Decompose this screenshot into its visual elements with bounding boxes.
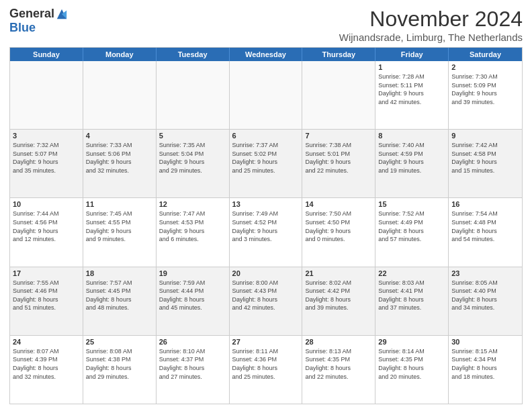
cal-cell-w0-d0 xyxy=(10,61,83,129)
cal-cell-w2-d3: 13Sunrise: 7:49 AMSunset: 4:52 PMDayligh… xyxy=(230,198,303,266)
day-info-6: Sunrise: 7:37 AMSunset: 5:02 PMDaylight:… xyxy=(232,141,300,175)
day-info-11: Sunrise: 7:45 AMSunset: 4:55 PMDaylight:… xyxy=(86,210,153,243)
week-row-1: 3Sunrise: 7:32 AMSunset: 5:07 PMDaylight… xyxy=(10,129,522,197)
header-sunday: Sunday xyxy=(10,48,83,61)
calendar-header: Sunday Monday Tuesday Wednesday Thursday… xyxy=(10,48,522,61)
logo-text: General xyxy=(9,7,68,21)
header-monday: Monday xyxy=(83,48,157,61)
header-friday: Friday xyxy=(375,48,449,61)
day-info-14: Sunrise: 7:50 AMSunset: 4:50 PMDaylight:… xyxy=(305,210,372,243)
cal-cell-w3-d0: 17Sunrise: 7:55 AMSunset: 4:46 PMDayligh… xyxy=(10,267,83,335)
day-info-25: Sunrise: 8:08 AMSunset: 4:38 PMDaylight:… xyxy=(86,347,153,381)
day-number-30: 30 xyxy=(451,338,519,346)
day-info-29: Sunrise: 8:14 AMSunset: 4:35 PMDaylight:… xyxy=(378,347,445,381)
day-info-24: Sunrise: 8:07 AMSunset: 4:39 PMDaylight:… xyxy=(13,347,80,381)
day-info-28: Sunrise: 8:13 AMSunset: 4:35 PMDaylight:… xyxy=(305,347,372,381)
day-number-21: 21 xyxy=(305,269,372,277)
cal-cell-w3-d2: 19Sunrise: 7:59 AMSunset: 4:44 PMDayligh… xyxy=(157,267,230,335)
day-info-1: Sunrise: 7:28 AMSunset: 5:11 PMDaylight:… xyxy=(378,73,445,106)
day-number-4: 4 xyxy=(86,132,153,140)
day-number-3: 3 xyxy=(13,132,80,140)
cal-cell-w4-d6: 30Sunrise: 8:15 AMSunset: 4:34 PMDayligh… xyxy=(449,336,522,404)
header-wednesday: Wednesday xyxy=(230,48,303,61)
logo-general: General xyxy=(9,7,54,21)
day-info-26: Sunrise: 8:10 AMSunset: 4:37 PMDaylight:… xyxy=(159,347,226,381)
cal-cell-w2-d6: 16Sunrise: 7:54 AMSunset: 4:48 PMDayligh… xyxy=(449,198,522,266)
cal-cell-w1-d1: 4Sunrise: 7:33 AMSunset: 5:06 PMDaylight… xyxy=(83,130,157,197)
day-number-20: 20 xyxy=(232,269,300,277)
cal-cell-w1-d5: 8Sunrise: 7:40 AMSunset: 4:59 PMDaylight… xyxy=(375,130,449,197)
cal-cell-w3-d5: 22Sunrise: 8:03 AMSunset: 4:41 PMDayligh… xyxy=(375,267,449,335)
day-info-5: Sunrise: 7:35 AMSunset: 5:04 PMDaylight:… xyxy=(159,141,226,175)
logo-icon xyxy=(56,8,68,20)
day-info-27: Sunrise: 8:11 AMSunset: 4:36 PMDaylight:… xyxy=(232,347,300,381)
cal-cell-w4-d1: 25Sunrise: 8:08 AMSunset: 4:38 PMDayligh… xyxy=(83,336,157,404)
day-number-7: 7 xyxy=(305,132,372,140)
day-info-15: Sunrise: 7:52 AMSunset: 4:49 PMDaylight:… xyxy=(378,210,445,243)
day-info-4: Sunrise: 7:33 AMSunset: 5:06 PMDaylight:… xyxy=(86,141,153,175)
cal-cell-w1-d0: 3Sunrise: 7:32 AMSunset: 5:07 PMDaylight… xyxy=(10,130,83,197)
day-number-6: 6 xyxy=(232,132,300,140)
calendar: Sunday Monday Tuesday Wednesday Thursday… xyxy=(9,47,523,404)
header-thursday: Thursday xyxy=(302,48,375,61)
day-number-10: 10 xyxy=(13,200,80,208)
day-info-20: Sunrise: 8:00 AMSunset: 4:43 PMDaylight:… xyxy=(232,279,300,312)
cal-cell-w0-d6: 2Sunrise: 7:30 AMSunset: 5:09 PMDaylight… xyxy=(449,61,522,129)
day-number-29: 29 xyxy=(378,338,445,346)
title-section: November 2024 Wijnandsrade, Limburg, The… xyxy=(339,7,523,43)
day-number-1: 1 xyxy=(378,63,445,71)
cal-cell-w0-d4 xyxy=(302,61,375,129)
cal-cell-w4-d0: 24Sunrise: 8:07 AMSunset: 4:39 PMDayligh… xyxy=(10,336,83,404)
cal-cell-w2-d2: 12Sunrise: 7:47 AMSunset: 4:53 PMDayligh… xyxy=(157,198,230,266)
cal-cell-w0-d2 xyxy=(157,61,230,129)
day-info-30: Sunrise: 8:15 AMSunset: 4:34 PMDaylight:… xyxy=(451,347,519,381)
day-number-2: 2 xyxy=(451,63,519,71)
location: Wijnandsrade, Limburg, The Netherlands xyxy=(339,32,523,43)
day-info-18: Sunrise: 7:57 AMSunset: 4:45 PMDaylight:… xyxy=(86,279,153,312)
day-info-13: Sunrise: 7:49 AMSunset: 4:52 PMDaylight:… xyxy=(232,210,300,243)
day-info-3: Sunrise: 7:32 AMSunset: 5:07 PMDaylight:… xyxy=(13,141,80,175)
day-info-19: Sunrise: 7:59 AMSunset: 4:44 PMDaylight:… xyxy=(159,279,226,312)
cal-cell-w3-d4: 21Sunrise: 8:02 AMSunset: 4:42 PMDayligh… xyxy=(302,267,375,335)
day-number-19: 19 xyxy=(159,269,226,277)
day-info-7: Sunrise: 7:38 AMSunset: 5:01 PMDaylight:… xyxy=(305,141,372,175)
day-number-27: 27 xyxy=(232,338,300,346)
calendar-body: 1Sunrise: 7:28 AMSunset: 5:11 PMDaylight… xyxy=(10,61,522,404)
week-row-3: 17Sunrise: 7:55 AMSunset: 4:46 PMDayligh… xyxy=(10,267,522,335)
cal-cell-w2-d4: 14Sunrise: 7:50 AMSunset: 4:50 PMDayligh… xyxy=(302,198,375,266)
day-info-21: Sunrise: 8:02 AMSunset: 4:42 PMDaylight:… xyxy=(305,279,372,312)
day-number-23: 23 xyxy=(451,269,519,277)
cal-cell-w4-d5: 29Sunrise: 8:14 AMSunset: 4:35 PMDayligh… xyxy=(375,336,449,404)
day-info-9: Sunrise: 7:42 AMSunset: 4:58 PMDaylight:… xyxy=(451,141,519,175)
day-info-12: Sunrise: 7:47 AMSunset: 4:53 PMDaylight:… xyxy=(159,210,226,243)
day-number-15: 15 xyxy=(378,200,445,208)
cal-cell-w2-d5: 15Sunrise: 7:52 AMSunset: 4:49 PMDayligh… xyxy=(375,198,449,266)
day-number-12: 12 xyxy=(159,200,226,208)
header: General Blue November 2024 Wijnandsrade,… xyxy=(9,7,523,43)
page: General Blue November 2024 Wijnandsrade,… xyxy=(0,0,532,411)
day-number-16: 16 xyxy=(451,200,519,208)
day-number-11: 11 xyxy=(86,200,153,208)
day-number-25: 25 xyxy=(86,338,153,346)
day-number-5: 5 xyxy=(159,132,226,140)
week-row-2: 10Sunrise: 7:44 AMSunset: 4:56 PMDayligh… xyxy=(10,197,522,266)
day-number-9: 9 xyxy=(451,132,519,140)
month-title: November 2024 xyxy=(339,7,523,32)
logo: General Blue xyxy=(9,7,68,35)
header-tuesday: Tuesday xyxy=(157,48,230,61)
day-number-17: 17 xyxy=(13,269,80,277)
day-info-17: Sunrise: 7:55 AMSunset: 4:46 PMDaylight:… xyxy=(13,279,80,312)
cal-cell-w0-d3 xyxy=(230,61,303,129)
day-number-18: 18 xyxy=(86,269,153,277)
day-info-2: Sunrise: 7:30 AMSunset: 5:09 PMDaylight:… xyxy=(451,73,519,106)
cal-cell-w3-d1: 18Sunrise: 7:57 AMSunset: 4:45 PMDayligh… xyxy=(83,267,157,335)
cal-cell-w3-d3: 20Sunrise: 8:00 AMSunset: 4:43 PMDayligh… xyxy=(230,267,303,335)
week-row-4: 24Sunrise: 8:07 AMSunset: 4:39 PMDayligh… xyxy=(10,335,522,404)
cal-cell-w1-d3: 6Sunrise: 7:37 AMSunset: 5:02 PMDaylight… xyxy=(230,130,303,197)
day-info-23: Sunrise: 8:05 AMSunset: 4:40 PMDaylight:… xyxy=(451,279,519,312)
cal-cell-w1-d6: 9Sunrise: 7:42 AMSunset: 4:58 PMDaylight… xyxy=(449,130,522,197)
day-info-10: Sunrise: 7:44 AMSunset: 4:56 PMDaylight:… xyxy=(13,210,80,243)
cal-cell-w4-d2: 26Sunrise: 8:10 AMSunset: 4:37 PMDayligh… xyxy=(157,336,230,404)
day-number-26: 26 xyxy=(159,338,226,346)
cal-cell-w0-d1 xyxy=(83,61,157,129)
